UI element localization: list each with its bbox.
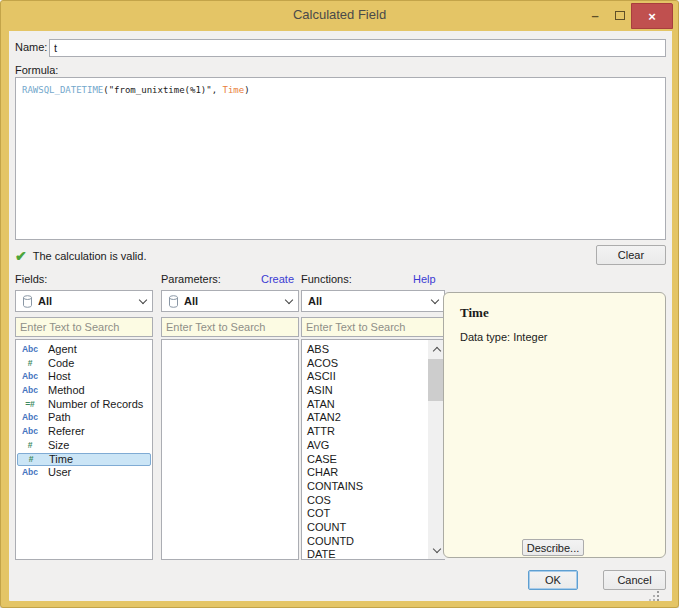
calculated-field-dialog: Calculated Field – × Name: Formula: RAWS…	[0, 0, 679, 608]
minimize-icon: –	[591, 8, 598, 23]
string-type-icon: Abc	[17, 384, 43, 398]
string-type-icon: Abc	[17, 370, 43, 384]
field-label: Path	[48, 411, 71, 425]
function-item[interactable]: COT	[302, 507, 444, 521]
resize-grip-icon[interactable]	[657, 591, 659, 593]
help-link[interactable]: Help	[413, 273, 436, 285]
cancel-button[interactable]: Cancel	[603, 570, 666, 590]
field-item[interactable]: AbcAgent	[17, 343, 151, 357]
function-item[interactable]: ATAN2	[302, 411, 444, 425]
chevron-down-icon	[431, 295, 439, 303]
function-item[interactable]: ASCII	[302, 370, 444, 384]
string-type-icon: Abc	[17, 411, 43, 425]
parameters-filter-value: All	[184, 295, 286, 307]
field-label: Host	[48, 370, 71, 384]
field-item[interactable]: #Code	[17, 357, 151, 371]
field-label: Time	[49, 454, 73, 466]
fields-list[interactable]: AbcAgent#CodeAbcHostAbcMethod=#Number of…	[15, 339, 153, 560]
function-item[interactable]: ASIN	[302, 384, 444, 398]
field-label: Referer	[48, 425, 85, 439]
field-item[interactable]: AbcPath	[17, 411, 151, 425]
functions-list[interactable]: ABSACOSASCIIASINATANATAN2ATTRAVGCASECHAR…	[301, 339, 445, 560]
field-label: Agent	[48, 343, 77, 357]
function-item[interactable]: COS	[302, 494, 444, 508]
function-item[interactable]: COUNT	[302, 521, 444, 535]
detail-title: Time	[460, 305, 489, 321]
fields-search-input[interactable]	[15, 317, 153, 337]
function-item[interactable]: ABS	[302, 343, 444, 357]
function-item[interactable]: COUNTD	[302, 535, 444, 549]
describe-button[interactable]: Describe...	[522, 539, 584, 556]
validation-message: The calculation is valid.	[33, 250, 147, 262]
field-item[interactable]: AbcHost	[17, 370, 151, 384]
field-item[interactable]: AbcMethod	[17, 384, 151, 398]
parameters-list[interactable]	[161, 339, 299, 560]
minimize-button[interactable]: –	[585, 3, 605, 28]
maximize-icon	[615, 11, 625, 20]
number-type-icon: #	[17, 439, 43, 453]
field-item[interactable]: #Size	[17, 439, 151, 453]
maximize-button[interactable]	[609, 3, 631, 28]
parameters-header: Parameters:	[161, 273, 221, 285]
function-item[interactable]: CASE	[302, 453, 444, 467]
close-icon: ×	[648, 9, 656, 24]
function-item[interactable]: ATTR	[302, 425, 444, 439]
create-parameter-link[interactable]: Create	[261, 273, 294, 285]
fields-filter-dropdown[interactable]: All	[15, 290, 153, 312]
string-type-icon: Abc	[17, 343, 43, 357]
database-icon	[22, 295, 33, 308]
functions-search-input[interactable]	[301, 317, 445, 337]
close-button[interactable]: ×	[631, 3, 673, 29]
function-item[interactable]: ATAN	[302, 398, 444, 412]
formula-label: Formula:	[15, 64, 58, 76]
chevron-down-icon	[285, 295, 293, 303]
chevron-down-icon	[139, 295, 147, 303]
check-icon: ✔	[15, 248, 27, 264]
field-item[interactable]: AbcReferer	[17, 425, 151, 439]
string-type-icon: Abc	[17, 466, 43, 480]
field-detail-panel: Time Data type: Integer	[443, 292, 666, 558]
number-type-icon: #	[18, 454, 44, 466]
functions-filter-value: All	[308, 295, 432, 307]
detail-datatype: Data type: Integer	[460, 331, 547, 343]
parameters-filter-dropdown[interactable]: All	[161, 290, 299, 312]
string-type-icon: Abc	[17, 425, 43, 439]
field-item[interactable]: #Time	[17, 453, 151, 467]
field-label: Code	[48, 357, 74, 371]
function-item[interactable]: ACOS	[302, 357, 444, 371]
validation-status: ✔ The calculation is valid.	[15, 245, 146, 267]
field-label: User	[48, 466, 71, 480]
window-title: Calculated Field	[1, 1, 678, 29]
function-item[interactable]: AVG	[302, 439, 444, 453]
clear-button[interactable]: Clear	[596, 245, 666, 265]
database-icon	[168, 295, 179, 308]
name-input[interactable]	[49, 39, 666, 57]
function-item[interactable]: CHAR	[302, 466, 444, 480]
function-item[interactable]: DATE	[302, 548, 444, 560]
ok-button[interactable]: OK	[528, 570, 578, 590]
parameters-search-input[interactable]	[161, 317, 299, 337]
field-item[interactable]: =#Number of Records	[17, 398, 151, 412]
dialog-body: Name: Formula: RAWSQL_DATETIME("from_uni…	[9, 31, 672, 601]
fields-header: Fields:	[15, 273, 47, 285]
number-type-icon: #	[17, 357, 43, 371]
field-label: Number of Records	[48, 398, 143, 412]
formula-editor[interactable]: RAWSQL_DATETIME("from_unixtime(%1)", Tim…	[15, 77, 666, 240]
field-label: Size	[48, 439, 69, 453]
functions-filter-dropdown[interactable]: All	[301, 290, 445, 312]
functions-header: Functions:	[301, 273, 352, 285]
function-item[interactable]: CONTAINS	[302, 480, 444, 494]
fields-filter-value: All	[38, 295, 140, 307]
title-bar[interactable]: Calculated Field – ×	[1, 1, 678, 31]
field-label: Method	[48, 384, 85, 398]
name-label: Name:	[15, 41, 47, 53]
field-item[interactable]: AbcUser	[17, 466, 151, 480]
calculated-number-type-icon: =#	[17, 398, 43, 412]
